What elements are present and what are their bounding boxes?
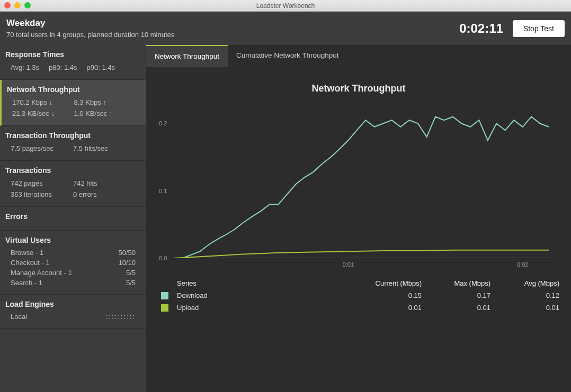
window-titlebar: Loadster Workbench <box>0 0 571 12</box>
test-subtitle: 70 total users in 4 groups, planned dura… <box>6 31 174 39</box>
tab-cumulative-throughput[interactable]: Cumulative Network Throughput <box>228 45 347 67</box>
nt-up-kbps: 8.3 Kbps ↑ <box>74 97 136 108</box>
col-max: Max (Mbps) <box>422 279 490 287</box>
nt-up-kBs: 1.0 KB/sec ↑ <box>74 108 136 119</box>
series-row: Upload 0.01 0.01 0.01 <box>161 302 559 314</box>
tx-pages: 742 pages <box>11 178 73 189</box>
sidebar-item-errors[interactable]: Errors <box>0 207 146 231</box>
close-icon[interactable] <box>4 2 11 8</box>
nt-down-kbps: 170.2 Kbps ↓ <box>12 97 74 108</box>
series-current: 0.01 <box>353 304 422 312</box>
col-avg: Avg (Mbps) <box>490 279 559 287</box>
section-title: Transactions <box>0 166 146 178</box>
nt-down-kBs: 21.3 KB/sec ↓ <box>12 108 74 119</box>
vu-name: Browse - 1 <box>11 249 43 257</box>
rt-p90: p90: 1.4s <box>86 62 115 73</box>
section-title: Transaction Throughput <box>0 131 146 143</box>
window-title: Loadster Workbench <box>256 2 315 10</box>
swatch-icon <box>161 292 168 299</box>
vu-count: 10/10 <box>118 259 136 267</box>
y-tick-label: 0.2 <box>159 120 167 126</box>
engine-name: Local <box>11 313 27 321</box>
vu-name: Search - 1 <box>11 279 42 287</box>
line-chart: 0.00.10.20:010:02 <box>174 110 554 258</box>
tx-iterations: 363 iterations <box>11 189 73 200</box>
sidebar-item-virtual-users[interactable]: Virtual Users Browse - 150/50 Checkout -… <box>0 231 146 295</box>
sidebar-item-transactions[interactable]: Transactions 742 pages 742 hits 363 iter… <box>0 161 146 207</box>
vu-count: 5/5 <box>126 269 136 277</box>
col-series: Series <box>177 279 283 287</box>
sidebar-item-network-throughput[interactable]: Network Throughput 170.2 Kbps ↓ 8.3 Kbps… <box>0 80 146 126</box>
section-title: Errors <box>0 212 146 224</box>
series-max: 0.17 <box>422 291 490 299</box>
series-row: Download 0.15 0.17 0.12 <box>161 289 559 302</box>
section-title: Virtual Users <box>0 236 146 248</box>
x-tick-label: 0:02 <box>517 261 528 268</box>
tab-network-throughput[interactable]: Network Throughput <box>146 45 228 67</box>
series-avg: 0.01 <box>490 304 559 312</box>
test-header: Weekday 70 total users in 4 groups, plan… <box>0 12 571 45</box>
sidebar-item-load-engines[interactable]: Load Engines Local :::::::::: <box>0 295 146 329</box>
section-title: Network Throughput <box>2 85 146 97</box>
vu-count: 5/5 <box>126 279 136 287</box>
x-tick-label: 0:01 <box>343 261 354 268</box>
sidebar-item-transaction-throughput[interactable]: Transaction Throughput 7.5 pages/sec 7.5… <box>0 126 146 161</box>
rt-p80: p80: 1.4s <box>49 62 77 73</box>
chart-title: Network Throughput <box>158 83 559 94</box>
tx-errors: 0 errors <box>73 189 136 200</box>
sidebar-item-response-times[interactable]: Response Times Avg: 1.3s p80: 1.4s p90: … <box>0 45 146 80</box>
series-avg: 0.12 <box>490 291 559 299</box>
series-current: 0.15 <box>353 291 422 299</box>
vu-name: Checkout - 1 <box>11 259 50 267</box>
chart-area: Network Throughput 0.00.10.20:010:02 Ser… <box>146 67 571 392</box>
elapsed-timer: 0:02:11 <box>459 21 503 36</box>
sidebar: Response Times Avg: 1.3s p80: 1.4s p90: … <box>0 45 146 392</box>
traffic-lights <box>4 2 31 8</box>
rt-avg: Avg: 1.3s <box>11 62 39 73</box>
y-tick-label: 0.0 <box>159 255 167 261</box>
section-title: Load Engines <box>0 300 146 312</box>
series-table: Series Current (Mbps) Max (Mbps) Avg (Mb… <box>161 277 559 314</box>
vu-count: 50/50 <box>118 249 136 257</box>
vu-name: Manage Account - 1 <box>11 269 72 277</box>
swatch-icon <box>161 304 168 312</box>
y-tick-label: 0.1 <box>159 188 167 194</box>
minimize-icon[interactable] <box>14 2 21 8</box>
test-title: Weekday <box>6 18 174 29</box>
series-header: Series Current (Mbps) Max (Mbps) Avg (Mb… <box>161 277 559 289</box>
col-current: Current (Mbps) <box>353 279 422 287</box>
zoom-icon[interactable] <box>24 2 31 8</box>
tabs: Network Throughput Cumulative Network Th… <box>146 45 571 67</box>
series-name: Download <box>177 291 283 299</box>
tx-hits: 742 hits <box>73 178 136 189</box>
tt-pages: 7.5 pages/sec <box>11 143 73 154</box>
stop-test-button[interactable]: Stop Test <box>513 20 565 37</box>
engine-status: :::::::::: <box>106 313 136 321</box>
main-panel: Network Throughput Cumulative Network Th… <box>146 45 571 392</box>
tt-hits: 7.5 hits/sec <box>73 143 136 154</box>
section-title: Response Times <box>0 50 146 62</box>
series-max: 0.01 <box>422 304 490 312</box>
series-name: Upload <box>177 304 283 312</box>
